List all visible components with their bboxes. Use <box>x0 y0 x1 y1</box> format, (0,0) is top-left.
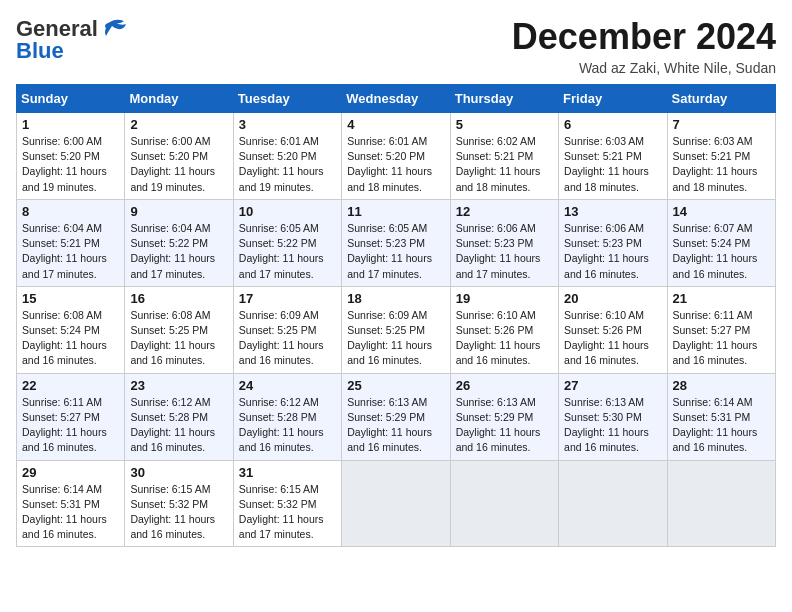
table-row: 22Sunrise: 6:11 AMSunset: 5:27 PMDayligh… <box>17 373 125 460</box>
day-number: 28 <box>673 378 770 393</box>
month-title: December 2024 <box>512 16 776 58</box>
table-row: 27Sunrise: 6:13 AMSunset: 5:30 PMDayligh… <box>559 373 667 460</box>
table-row: 30Sunrise: 6:15 AMSunset: 5:32 PMDayligh… <box>125 460 233 547</box>
day-number: 22 <box>22 378 119 393</box>
header-saturday: Saturday <box>667 85 775 113</box>
calendar-week-row: 8Sunrise: 6:04 AMSunset: 5:21 PMDaylight… <box>17 199 776 286</box>
day-info: Sunrise: 6:07 AMSunset: 5:24 PMDaylight:… <box>673 222 758 280</box>
logo: General Blue <box>16 16 130 64</box>
day-info: Sunrise: 6:13 AMSunset: 5:30 PMDaylight:… <box>564 396 649 454</box>
table-row <box>667 460 775 547</box>
day-number: 11 <box>347 204 444 219</box>
day-number: 14 <box>673 204 770 219</box>
table-row: 4Sunrise: 6:01 AMSunset: 5:20 PMDaylight… <box>342 113 450 200</box>
day-info: Sunrise: 6:01 AMSunset: 5:20 PMDaylight:… <box>239 135 324 193</box>
day-number: 9 <box>130 204 227 219</box>
day-info: Sunrise: 6:00 AMSunset: 5:20 PMDaylight:… <box>130 135 215 193</box>
day-number: 17 <box>239 291 336 306</box>
header-monday: Monday <box>125 85 233 113</box>
header-sunday: Sunday <box>17 85 125 113</box>
day-number: 31 <box>239 465 336 480</box>
table-row: 13Sunrise: 6:06 AMSunset: 5:23 PMDayligh… <box>559 199 667 286</box>
day-number: 5 <box>456 117 553 132</box>
table-row: 29Sunrise: 6:14 AMSunset: 5:31 PMDayligh… <box>17 460 125 547</box>
table-row: 12Sunrise: 6:06 AMSunset: 5:23 PMDayligh… <box>450 199 558 286</box>
header-wednesday: Wednesday <box>342 85 450 113</box>
calendar-week-row: 15Sunrise: 6:08 AMSunset: 5:24 PMDayligh… <box>17 286 776 373</box>
table-row: 9Sunrise: 6:04 AMSunset: 5:22 PMDaylight… <box>125 199 233 286</box>
day-number: 1 <box>22 117 119 132</box>
day-number: 24 <box>239 378 336 393</box>
table-row: 21Sunrise: 6:11 AMSunset: 5:27 PMDayligh… <box>667 286 775 373</box>
day-number: 6 <box>564 117 661 132</box>
title-block: December 2024 Wad az Zaki, White Nile, S… <box>512 16 776 76</box>
page-header: General Blue December 2024 Wad az Zaki, … <box>16 16 776 76</box>
day-info: Sunrise: 6:12 AMSunset: 5:28 PMDaylight:… <box>130 396 215 454</box>
day-number: 12 <box>456 204 553 219</box>
table-row: 24Sunrise: 6:12 AMSunset: 5:28 PMDayligh… <box>233 373 341 460</box>
table-row <box>342 460 450 547</box>
day-info: Sunrise: 6:14 AMSunset: 5:31 PMDaylight:… <box>22 483 107 541</box>
day-info: Sunrise: 6:10 AMSunset: 5:26 PMDaylight:… <box>456 309 541 367</box>
table-row <box>450 460 558 547</box>
day-number: 8 <box>22 204 119 219</box>
table-row: 16Sunrise: 6:08 AMSunset: 5:25 PMDayligh… <box>125 286 233 373</box>
day-number: 10 <box>239 204 336 219</box>
day-number: 25 <box>347 378 444 393</box>
table-row: 1Sunrise: 6:00 AMSunset: 5:20 PMDaylight… <box>17 113 125 200</box>
day-info: Sunrise: 6:10 AMSunset: 5:26 PMDaylight:… <box>564 309 649 367</box>
day-info: Sunrise: 6:11 AMSunset: 5:27 PMDaylight:… <box>22 396 107 454</box>
day-number: 26 <box>456 378 553 393</box>
table-row: 5Sunrise: 6:02 AMSunset: 5:21 PMDaylight… <box>450 113 558 200</box>
day-info: Sunrise: 6:06 AMSunset: 5:23 PMDaylight:… <box>456 222 541 280</box>
table-row: 17Sunrise: 6:09 AMSunset: 5:25 PMDayligh… <box>233 286 341 373</box>
day-info: Sunrise: 6:11 AMSunset: 5:27 PMDaylight:… <box>673 309 758 367</box>
header-thursday: Thursday <box>450 85 558 113</box>
page-container: General Blue December 2024 Wad az Zaki, … <box>16 16 776 547</box>
day-number: 29 <box>22 465 119 480</box>
table-row: 23Sunrise: 6:12 AMSunset: 5:28 PMDayligh… <box>125 373 233 460</box>
header-friday: Friday <box>559 85 667 113</box>
day-info: Sunrise: 6:04 AMSunset: 5:21 PMDaylight:… <box>22 222 107 280</box>
day-info: Sunrise: 6:05 AMSunset: 5:22 PMDaylight:… <box>239 222 324 280</box>
day-number: 20 <box>564 291 661 306</box>
day-number: 3 <box>239 117 336 132</box>
table-row: 14Sunrise: 6:07 AMSunset: 5:24 PMDayligh… <box>667 199 775 286</box>
day-number: 21 <box>673 291 770 306</box>
table-row: 15Sunrise: 6:08 AMSunset: 5:24 PMDayligh… <box>17 286 125 373</box>
table-row: 25Sunrise: 6:13 AMSunset: 5:29 PMDayligh… <box>342 373 450 460</box>
day-info: Sunrise: 6:02 AMSunset: 5:21 PMDaylight:… <box>456 135 541 193</box>
day-info: Sunrise: 6:05 AMSunset: 5:23 PMDaylight:… <box>347 222 432 280</box>
day-info: Sunrise: 6:12 AMSunset: 5:28 PMDaylight:… <box>239 396 324 454</box>
day-number: 30 <box>130 465 227 480</box>
table-row: 26Sunrise: 6:13 AMSunset: 5:29 PMDayligh… <box>450 373 558 460</box>
table-row: 19Sunrise: 6:10 AMSunset: 5:26 PMDayligh… <box>450 286 558 373</box>
day-info: Sunrise: 6:09 AMSunset: 5:25 PMDaylight:… <box>347 309 432 367</box>
day-number: 27 <box>564 378 661 393</box>
day-number: 18 <box>347 291 444 306</box>
day-info: Sunrise: 6:03 AMSunset: 5:21 PMDaylight:… <box>673 135 758 193</box>
day-info: Sunrise: 6:03 AMSunset: 5:21 PMDaylight:… <box>564 135 649 193</box>
logo-blue-text: Blue <box>16 38 64 64</box>
day-info: Sunrise: 6:06 AMSunset: 5:23 PMDaylight:… <box>564 222 649 280</box>
calendar-week-row: 22Sunrise: 6:11 AMSunset: 5:27 PMDayligh… <box>17 373 776 460</box>
calendar-week-row: 29Sunrise: 6:14 AMSunset: 5:31 PMDayligh… <box>17 460 776 547</box>
table-row: 31Sunrise: 6:15 AMSunset: 5:32 PMDayligh… <box>233 460 341 547</box>
calendar-header-row: Sunday Monday Tuesday Wednesday Thursday… <box>17 85 776 113</box>
day-number: 15 <box>22 291 119 306</box>
day-info: Sunrise: 6:09 AMSunset: 5:25 PMDaylight:… <box>239 309 324 367</box>
day-info: Sunrise: 6:08 AMSunset: 5:24 PMDaylight:… <box>22 309 107 367</box>
day-number: 19 <box>456 291 553 306</box>
day-number: 23 <box>130 378 227 393</box>
table-row: 3Sunrise: 6:01 AMSunset: 5:20 PMDaylight… <box>233 113 341 200</box>
calendar-table: Sunday Monday Tuesday Wednesday Thursday… <box>16 84 776 547</box>
day-info: Sunrise: 6:15 AMSunset: 5:32 PMDaylight:… <box>239 483 324 541</box>
day-info: Sunrise: 6:15 AMSunset: 5:32 PMDaylight:… <box>130 483 215 541</box>
day-number: 4 <box>347 117 444 132</box>
table-row: 8Sunrise: 6:04 AMSunset: 5:21 PMDaylight… <box>17 199 125 286</box>
day-info: Sunrise: 6:13 AMSunset: 5:29 PMDaylight:… <box>347 396 432 454</box>
day-number: 7 <box>673 117 770 132</box>
table-row: 2Sunrise: 6:00 AMSunset: 5:20 PMDaylight… <box>125 113 233 200</box>
location-text: Wad az Zaki, White Nile, Sudan <box>512 60 776 76</box>
table-row <box>559 460 667 547</box>
